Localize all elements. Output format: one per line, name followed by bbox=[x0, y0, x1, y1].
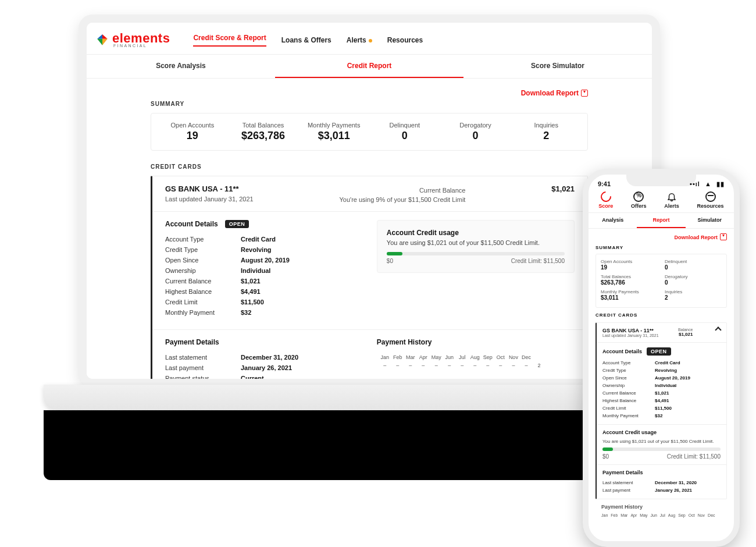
status-badge: OPEN bbox=[225, 220, 249, 228]
account-header[interactable]: GS BANK USA - 11** Last updated January … bbox=[152, 176, 587, 212]
m-balance-label: Balance bbox=[678, 328, 693, 332]
m-creditcards-heading: CREDIT CARDS bbox=[595, 312, 727, 318]
download-icon bbox=[581, 90, 588, 97]
m-detail-row: Monthly Payment$32 bbox=[602, 412, 721, 420]
detail-row: Current Balance$1,021 bbox=[165, 276, 354, 286]
status-bar: 9:41 ••ıl ▲ ▮▮ bbox=[589, 175, 734, 190]
usage-text: You are using $1,021 out of your $11,500… bbox=[387, 239, 565, 246]
summary-label: Derogatory bbox=[440, 122, 511, 129]
summary-value: 2 bbox=[511, 130, 582, 142]
m-summary-heading: SUMMARY bbox=[595, 245, 727, 250]
m-download-link[interactable]: Download Report bbox=[595, 233, 727, 240]
summary-label: Monthly Payments bbox=[298, 122, 369, 129]
summary-value: 19 bbox=[157, 130, 228, 142]
summary-value: 0 bbox=[369, 130, 440, 142]
m-detail-row: Account TypeCredit Card bbox=[602, 359, 721, 367]
credit-cards-heading: CREDIT CARDS bbox=[151, 164, 588, 170]
phone-mockup: 9:41 ••ıl ▲ ▮▮ Score % Offers Alerts bbox=[583, 169, 740, 547]
m-payment-row: Last paymentJanuary 26, 2021 bbox=[602, 486, 721, 494]
summary-col: Total Balances$263,786 bbox=[228, 122, 299, 142]
summary-heading: SUMMARY bbox=[151, 101, 588, 107]
mnav-offers[interactable]: % Offers bbox=[631, 191, 647, 209]
mobile-app: 9:41 ••ıl ▲ ▮▮ Score % Offers Alerts bbox=[589, 175, 734, 541]
nav-resources[interactable]: Resources bbox=[387, 36, 423, 44]
m-detail-row: Open SinceAugust 20, 2019 bbox=[602, 374, 721, 382]
laptop-mockup: elements FINANCIAL Credit Score & Report… bbox=[79, 15, 660, 422]
tab-score-analysis[interactable]: Score Analysis bbox=[87, 55, 275, 78]
usage-min: $0 bbox=[387, 258, 393, 264]
nav-credit-score[interactable]: Credit Score & Report bbox=[193, 34, 266, 47]
payment-history-table: JanFebMarAprMayJunJulAugSepOctNovDec––––… bbox=[377, 352, 547, 371]
m-detail-row: Credit TypeRevolving bbox=[602, 367, 721, 374]
summary-label: Total Balances bbox=[228, 122, 299, 129]
mnav-score[interactable]: Score bbox=[598, 191, 613, 209]
mnav-resources[interactable]: Resources bbox=[697, 191, 724, 209]
detail-row: Credit TypeRevolving bbox=[165, 244, 354, 255]
credit-usage-panel: Account Credit usage You are using $1,02… bbox=[377, 220, 575, 273]
summary-value: $263,786 bbox=[228, 130, 299, 142]
nav-alerts[interactable]: Alerts bbox=[347, 36, 372, 44]
nav-alerts-label: Alerts bbox=[347, 36, 366, 44]
m-history-months: JanFebMarAprMayJunJulAugSepOctNovDec bbox=[601, 513, 721, 517]
svg-marker-0 bbox=[102, 34, 108, 39]
m-summary-card: Open Accounts19Delinquent0Total Balances… bbox=[595, 254, 727, 308]
account-details-heading: Account Details OPEN bbox=[165, 220, 354, 228]
m-account-header[interactable]: GS BANK USA - 11** Last updated January … bbox=[597, 323, 726, 343]
summary-value: $3,011 bbox=[298, 130, 369, 142]
m-usage-text: You are using $1,021 out of your $11,500… bbox=[602, 439, 721, 444]
mtab-simulator[interactable]: Simulator bbox=[686, 213, 734, 228]
m-balance: $1,021 bbox=[678, 332, 693, 337]
detail-row: Monthly Payment$32 bbox=[165, 307, 354, 318]
brand-logo: elements FINANCIAL bbox=[96, 33, 170, 48]
chevron-up-icon bbox=[715, 326, 721, 333]
m-detail-row: Credit Limit$11,500 bbox=[602, 404, 721, 412]
tab-score-simulator[interactable]: Score Simulator bbox=[463, 55, 652, 78]
logo-icon bbox=[96, 34, 109, 47]
account-card: GS BANK USA - 11** Last updated January … bbox=[151, 176, 588, 387]
m-usage-max: Credit Limit: $11,500 bbox=[667, 453, 721, 460]
status-icons: ••ıl ▲ ▮▮ bbox=[690, 180, 725, 188]
bell-icon bbox=[666, 191, 677, 202]
summary-col: Inquiries2 bbox=[511, 122, 582, 142]
download-icon bbox=[720, 233, 727, 240]
resources-icon bbox=[705, 191, 716, 202]
account-balance: $1,021 bbox=[551, 184, 575, 193]
svg-marker-2 bbox=[97, 39, 102, 45]
m-detail-row: Highest Balance$4,491 bbox=[602, 397, 721, 404]
svg-marker-3 bbox=[102, 39, 108, 45]
download-report-link[interactable]: Download Report bbox=[521, 89, 588, 97]
mnav-alerts[interactable]: Alerts bbox=[664, 191, 679, 209]
m-usage-title: Account Credit usage bbox=[602, 429, 721, 435]
summary-card: Open Accounts19Total Balances$263,786Mon… bbox=[151, 113, 588, 151]
m-payment-row: Last statementDecember 31, 2020 bbox=[602, 479, 721, 486]
download-report-label: Download Report bbox=[521, 89, 579, 97]
summary-label: Open Accounts bbox=[157, 122, 228, 129]
payment-row: Last statementDecember 31, 2020 bbox=[165, 352, 354, 363]
detail-row: Credit Limit$11,500 bbox=[165, 297, 354, 307]
m-usage-min: $0 bbox=[602, 453, 609, 460]
tab-credit-report[interactable]: Credit Report bbox=[275, 55, 463, 78]
m-payment-heading: Payment Details bbox=[602, 470, 721, 475]
nav-loans-offers[interactable]: Loans & Offers bbox=[281, 36, 331, 44]
account-balance-label: Current Balance bbox=[339, 187, 465, 194]
usage-bar bbox=[387, 252, 565, 255]
desktop-app: elements FINANCIAL Credit Score & Report… bbox=[87, 23, 652, 379]
summary-col: Delinquent0 bbox=[369, 122, 440, 142]
mobile-sub-tabs: Analysis Report Simulator bbox=[589, 212, 734, 229]
detail-row: Open SinceAugust 20, 2019 bbox=[165, 255, 354, 265]
sub-tabs: Score Analysis Credit Report Score Simul… bbox=[87, 54, 652, 79]
mtab-analysis[interactable]: Analysis bbox=[589, 213, 637, 228]
mtab-report[interactable]: Report bbox=[637, 213, 685, 228]
summary-value: 0 bbox=[440, 130, 511, 142]
brand-name: elements bbox=[112, 33, 170, 44]
m-history-heading: Payment History bbox=[601, 504, 721, 510]
m-detail-row: Current Balance$1,021 bbox=[602, 389, 721, 397]
account-title: GS BANK USA - 11** bbox=[165, 184, 254, 193]
status-time: 9:41 bbox=[598, 180, 611, 188]
m-account-title: GS BANK USA - 11** bbox=[602, 328, 659, 333]
alerts-dot-icon bbox=[369, 39, 372, 42]
detail-row: Account TypeCredit Card bbox=[165, 234, 354, 244]
top-navbar: elements FINANCIAL Credit Score & Report… bbox=[87, 23, 652, 54]
svg-marker-1 bbox=[97, 34, 102, 39]
m-account-card: GS BANK USA - 11** Last updated January … bbox=[595, 322, 727, 499]
